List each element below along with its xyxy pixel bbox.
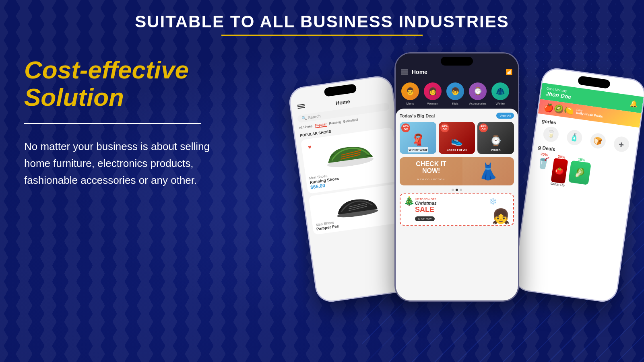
- heading-divider: [24, 123, 201, 124]
- phones-container: Home 🔍 Search All Shoes Popular Running …: [282, 32, 644, 362]
- view-all-button[interactable]: View All: [496, 113, 514, 119]
- tab-popular[interactable]: Popular: [314, 122, 327, 128]
- carousel-dots: [400, 189, 514, 191]
- cat-circle-3: 🍞: [589, 132, 607, 150]
- center-home-title: Home: [412, 69, 506, 75]
- christmas-ornament-1: 🎄: [404, 196, 415, 206]
- hamburger-icon[interactable]: [401, 70, 408, 74]
- deal-item-1[interactable]: 20% 🥤: [533, 152, 552, 185]
- christmas-banner[interactable]: 🎄 UP TO 50% OFF Christmas SALE SHOP NOW …: [400, 193, 514, 226]
- promo-check-it: CHECK IT: [416, 161, 446, 167]
- cat-label-acc: Accessories: [469, 102, 486, 105]
- today-deal-row: Today's Big Deal View All: [400, 113, 514, 119]
- phone-center-side-button: [518, 94, 519, 110]
- cat-circle-4: ➕: [613, 136, 630, 153]
- cat-mens[interactable]: 👨 Mens: [401, 82, 419, 105]
- description-text: No matter your business is about selling…: [24, 138, 233, 189]
- chips-image: 🥬: [568, 160, 591, 185]
- main-heading: Cost-effective Solution: [24, 56, 233, 111]
- phone-left-icon-placeholder: [381, 96, 388, 97]
- tab-all-shoes[interactable]: All Shoes: [299, 124, 313, 131]
- new-collection-label: NEW COLLECTION: [417, 178, 445, 181]
- right-header-text: Good Morning Jhon Doe: [545, 86, 572, 100]
- right-cat-4[interactable]: ➕: [610, 135, 633, 153]
- shoe-svg-green: [321, 136, 377, 169]
- promo-now: NOW!: [416, 167, 446, 175]
- tab-basketball[interactable]: Basketball: [343, 118, 358, 124]
- cat-circle-winter: 🧥: [491, 82, 509, 100]
- fruits-banner-text: Daily Daily Fresh Fruits: [576, 108, 603, 118]
- page-title: SUITABLE TO ALL BUSINESS INDUSTRIES: [0, 12, 644, 31]
- cat-label-winter: Winter: [495, 102, 505, 105]
- phone-right: Good Morning Jhon Doe 🔔 🍎🥝🍋 Daily Daily …: [512, 66, 644, 304]
- deal-cards-row: 40%Off 🧣 Winter Wear 40%Off: [400, 122, 514, 154]
- today-deal-title: Today's Big Deal: [400, 113, 435, 118]
- phone-left-title: Home: [335, 98, 351, 106]
- cat-label-kids: Kids: [452, 102, 458, 105]
- shop-now-button[interactable]: SHOP NOW: [415, 216, 435, 221]
- cat-winter[interactable]: 🧥 Winter: [491, 82, 509, 105]
- snowflake-icon: ❄️: [489, 197, 497, 205]
- deal-card-watch[interactable]: 40%Off ⌚ Watch: [477, 122, 514, 154]
- discount-badge-1: 40%Off: [401, 123, 410, 132]
- dot-2: [456, 189, 458, 191]
- cat-women[interactable]: 👩 Women: [424, 82, 442, 105]
- search-placeholder: Search: [308, 114, 321, 120]
- phone-left-menu-icon[interactable]: [296, 104, 305, 109]
- cat-circle-acc: ⌚: [469, 82, 487, 100]
- deal-card-shoes[interactable]: 40%Off 👟 Shoes For All: [439, 122, 475, 154]
- shoe-card-1[interactable]: ♥: [301, 127, 400, 194]
- notification-bell-icon[interactable]: 🔔: [629, 99, 638, 108]
- cat-accessories[interactable]: ⌚ Accessories: [469, 82, 487, 105]
- deal-item-ketchup[interactable]: 30% 🍅 Catch Up: [550, 154, 569, 187]
- cat-kids[interactable]: 👦 Kids: [446, 82, 464, 105]
- phone-center-screen: Home 📶 👨 Mens 👩 Women 👦 Kids ⌚: [396, 53, 518, 300]
- heading-line1: Cost-effective: [24, 56, 189, 84]
- left-content-section: Cost-effective Solution No matter your b…: [24, 56, 233, 189]
- deal-card-winter[interactable]: 40%Off 🧣 Winter Wear: [400, 122, 436, 154]
- heading-line2: Solution: [24, 83, 124, 111]
- right-cat-1[interactable]: 🥛: [539, 125, 562, 143]
- phone-right-screen: Good Morning Jhon Doe 🔔 🍎🥝🍋 Daily Daily …: [514, 68, 644, 302]
- right-cat-3[interactable]: 🍞: [586, 132, 609, 150]
- christmas-girl-figure: 👧: [492, 208, 510, 225]
- promo-text: CHECK IT NOW! NEW COLLECTION: [416, 161, 446, 182]
- dot-1: [452, 189, 454, 191]
- wifi-icon: 📶: [506, 69, 512, 75]
- cat-circle-1: 🥛: [542, 125, 559, 143]
- right-cat-2[interactable]: 🧴: [563, 129, 586, 147]
- center-content-area: Today's Big Deal View All 40%Off 🧣 Winte…: [396, 109, 518, 301]
- ketchup-image: 🍅: [551, 158, 568, 184]
- fruits-emoji: 🍎🥝🍋: [543, 102, 575, 116]
- center-categories: 👨 Mens 👩 Women 👦 Kids ⌚ Accessories 🧥: [396, 79, 518, 109]
- tab-running[interactable]: Running: [329, 120, 341, 126]
- cat-circle-kids: 👦: [446, 82, 464, 100]
- promo-model-figure: 👗: [462, 157, 514, 185]
- phone-center-notch: [441, 57, 473, 66]
- deal-item-chips[interactable]: 15% 🥬: [568, 156, 592, 191]
- cat-circle-women: 👩: [424, 82, 442, 100]
- phone-center-left-button: [394, 102, 396, 124]
- deal-img-1: 🥤: [535, 156, 551, 171]
- cat-circle-2: 🧴: [566, 129, 583, 146]
- cat-circle-mens: 👨: [401, 82, 419, 100]
- discount-badge-2: 40%Off: [440, 123, 449, 132]
- phone-center: Home 📶 👨 Mens 👩 Women 👦 Kids ⌚: [394, 52, 519, 302]
- dot-3: [460, 189, 462, 191]
- promo-banner[interactable]: CHECK IT NOW! NEW COLLECTION 👗: [400, 157, 514, 185]
- cat-label-women: Women: [427, 102, 438, 105]
- cat-label-mens: Mens: [406, 102, 414, 105]
- heart-icon[interactable]: ♥: [308, 144, 312, 150]
- search-icon: 🔍: [301, 116, 307, 121]
